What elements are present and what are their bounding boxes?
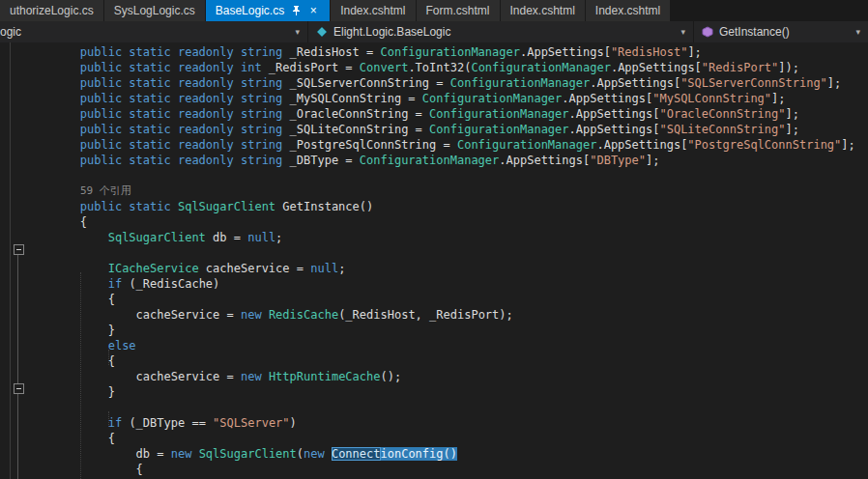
code-line: public static readonly string _OracleCon… <box>24 106 868 122</box>
code-line <box>24 245 868 261</box>
code-line: public static readonly string _SQLiteCon… <box>24 122 868 137</box>
code-line: public static readonly string _DBType = … <box>24 153 868 168</box>
code-line <box>24 400 868 415</box>
code-line: public static readonly string _PostgreSq… <box>24 137 868 153</box>
tab-label: uthorizeLogic.cs <box>10 4 94 17</box>
code-line: public static readonly string _MySQLConn… <box>24 91 868 106</box>
tab-bar: uthorizeLogic.csSysLogLogic.csBaseLogic.… <box>0 0 868 21</box>
code-line: cacheService = new RedisCache(_RedisHost… <box>24 307 868 323</box>
code-line: else <box>24 338 868 353</box>
tab-label: BaseLogic.cs <box>216 4 284 17</box>
code-line: SqlSugarClient db = null; <box>24 230 868 245</box>
code-line: public static readonly string _RedisHost… <box>24 44 868 60</box>
close-icon[interactable]: × <box>306 4 320 17</box>
type-dropdown[interactable]: Elight.Logic.BaseLogic ▾ <box>307 21 693 42</box>
code-editor[interactable]: public static readonly string _RedisHost… <box>0 42 868 479</box>
code-line <box>24 168 868 183</box>
code-line: } <box>24 384 868 400</box>
code-line: cacheService = new HttpRuntimeCache(); <box>24 369 868 384</box>
member-dropdown-label: GetInstance() <box>719 25 790 39</box>
code-line: if (_RedisCache) <box>24 276 868 292</box>
fold-extent-line <box>17 254 18 479</box>
tab[interactable]: uthorizeLogic.cs <box>0 0 103 21</box>
code-line: public static SqlSugarClient GetInstance… <box>24 199 868 214</box>
gutter-divider <box>10 42 11 479</box>
codelens-references[interactable]: 59 个引用 <box>24 183 868 199</box>
code-line: { <box>24 353 868 369</box>
tab[interactable]: BaseLogic.cs× <box>206 0 330 21</box>
code-line: { <box>24 292 868 307</box>
code-line: ICacheService cacheService = null; <box>24 261 868 276</box>
code-line: db = new SqlSugarClient(new ConnectionCo… <box>24 446 868 462</box>
tab[interactable]: SysLogLogic.cs <box>104 0 205 21</box>
code-line: { <box>24 431 868 446</box>
fold-marker-collapse[interactable] <box>14 383 24 394</box>
code-line: } <box>24 323 868 338</box>
tab[interactable]: Index.cshtml <box>501 0 585 21</box>
pin-icon[interactable] <box>292 6 301 16</box>
member-dropdown[interactable]: GetInstance() ▾ <box>693 21 868 42</box>
chevron-down-icon: ▾ <box>848 27 868 37</box>
tab[interactable]: Form.cshtml <box>417 0 500 21</box>
code-line: { <box>24 462 868 477</box>
chevron-down-icon: ▾ <box>287 27 307 37</box>
fold-marker-collapse[interactable] <box>14 244 24 255</box>
code-line: public static readonly int _RedisPort = … <box>24 60 868 75</box>
navigation-bar: ogic ▾ Elight.Logic.BaseLogic ▾ GetInsta… <box>0 21 868 42</box>
code-line: { <box>24 214 868 230</box>
class-icon <box>316 26 328 38</box>
chevron-down-icon: ▾ <box>673 27 693 37</box>
tab-label: SysLogLogic.cs <box>114 4 195 17</box>
tab-label: Index.cshtml <box>595 4 660 17</box>
tab-label: Index.cshtml <box>340 4 405 17</box>
tab[interactable]: Index.cshtml <box>331 0 415 21</box>
project-dropdown-label: ogic <box>0 25 21 39</box>
code-lines[interactable]: public static readonly string _RedisHost… <box>24 44 868 479</box>
method-icon <box>702 26 713 38</box>
tab-label: Index.cshtml <box>510 4 575 17</box>
code-line: if (_DBType == "SQLServer") <box>24 415 868 431</box>
type-dropdown-label: Elight.Logic.BaseLogic <box>333 25 450 39</box>
code-line: public static readonly string _SQLServer… <box>24 75 868 91</box>
project-dropdown[interactable]: ogic ▾ <box>0 21 307 42</box>
tab[interactable]: Index.cshtml <box>586 0 670 21</box>
tab-label: Form.cshtml <box>426 4 490 17</box>
